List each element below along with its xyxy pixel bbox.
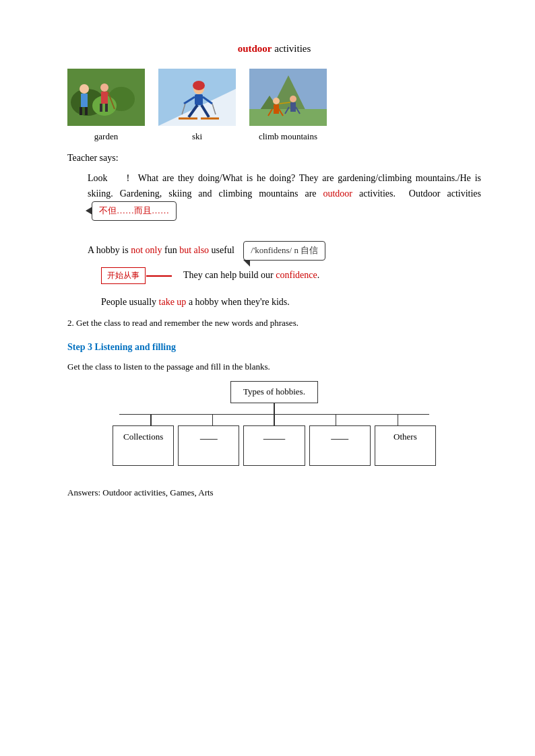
hobby-text-before: A hobby is [88,244,131,254]
svg-point-16 [193,81,205,90]
step3-title: Step 3 Listening and filling [67,340,481,355]
diagram-box-others: Others [375,425,436,466]
diagram-box-blank3 [309,425,371,466]
svg-rect-10 [100,104,102,112]
vline-5 [398,415,399,425]
svg-rect-5 [81,94,88,107]
vline-4 [336,415,337,425]
diagram-boxes-row: Collections Others [113,425,436,466]
image-ski: ski [158,69,236,144]
mountain-svg [249,69,327,126]
svg-point-8 [100,83,108,92]
vlines-row [119,415,429,425]
confidence-word: confidence [276,270,317,280]
takeup-section: People usually take up a hobby when they… [101,295,481,310]
but-also-text: but also [179,244,209,254]
hobby-line: A hobby is not only fun but also useful … [88,241,481,261]
garden-svg [67,69,145,126]
diagram-box-blank1 [178,425,239,466]
vline-1 [150,415,152,425]
teacher-says-text: Teacher says: [67,153,119,163]
answers-line: Answers: Outdoor activities, Games, Arts [67,486,481,500]
paragraph1: Look ！ What are they doing/What is he do… [88,171,481,221]
annotation-kaishipingshi: 开始从事 [101,267,146,284]
svg-point-30 [273,98,280,104]
takeup-phrase: take up [159,297,187,307]
page-title: outdoor activities [67,40,481,57]
outdoor-word: outdoor [323,188,352,199]
vline-2 [212,415,214,425]
title-activities: activities [272,43,311,54]
svg-rect-17 [195,94,203,105]
images-row: garden [67,69,481,144]
confidence-section: 开始从事 They can help build our confidence. [101,267,481,284]
vline-top [274,403,275,414]
svg-point-34 [290,96,296,102]
garden-image [67,69,145,126]
not-only-text: not only [131,244,162,254]
hobby-text-mid: fun [162,244,179,254]
confidence-text: They can help build our confidence. [183,268,319,283]
mountain-label: climb mountains [259,130,317,144]
vline-3 [274,415,275,425]
diagram-top-box: Types of hobbies. [230,381,318,403]
svg-point-4 [80,84,89,94]
title-outdoor: outdoor [238,43,272,54]
numbered-item-2: 2. Get the class to read and remember th… [67,316,481,331]
hobby-text-after: useful [209,244,234,254]
svg-rect-11 [105,104,108,112]
diagram-box-collections: Collections [113,425,174,466]
svg-rect-29 [249,109,327,126]
speech-bubble-konfidens: /'konfidens/ n 自信 [243,241,325,261]
svg-rect-35 [290,102,296,112]
image-mountain: climb mountains [249,69,327,144]
ski-svg [158,69,236,126]
tooltip-budanercqie: 不但……而且…… [92,201,177,221]
svg-rect-7 [85,107,88,115]
annotation-container: 开始从事 [101,267,177,284]
takeup-text-before: People usually [101,297,159,307]
hline-connector [119,414,429,415]
ski-label: ski [192,130,202,144]
svg-rect-6 [80,107,82,115]
diagram-box-blank2 [243,425,305,466]
svg-rect-31 [274,104,279,114]
garden-label: garden [94,130,118,144]
para1-text1: Look ！ What are they doing/What is he do… [88,173,481,198]
diagram-container: Types of hobbies. Collections [67,381,481,466]
image-garden: garden [67,69,145,144]
step3-instruction: Get the class to listen to the passage a… [67,360,481,374]
svg-rect-9 [101,92,108,104]
mountain-image [249,69,327,126]
takeup-text-after: a hobby when they're kids. [186,297,289,307]
ski-image [158,69,236,126]
teacher-says: Teacher says: [67,151,481,166]
